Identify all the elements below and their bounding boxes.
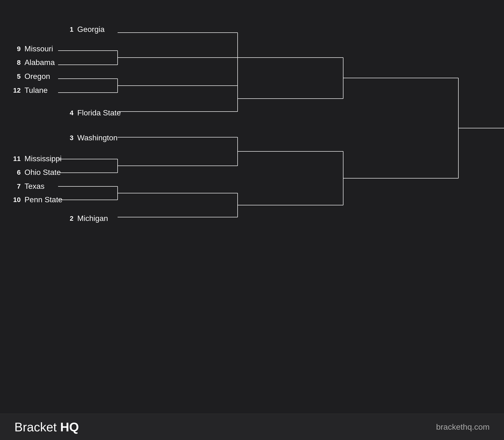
name-penn-state: Penn State [25, 195, 62, 204]
footer-url: brackethq.com [436, 422, 490, 432]
team-penn-state: 10 Penn State [12, 195, 62, 204]
name-washington: Washington [77, 133, 118, 142]
team-georgia: 1 Georgia [65, 25, 105, 34]
team-missouri: 9 Missouri [12, 44, 53, 53]
name-mississippi: Mississippi [25, 154, 62, 163]
seed-missouri: 9 [12, 45, 21, 53]
seed-texas: 7 [12, 183, 21, 190]
seed-washington: 3 [65, 134, 73, 142]
footer-logo-light: Bracket [14, 420, 60, 434]
seed-ohio-state: 6 [12, 169, 21, 176]
name-florida-state: Florida State [77, 109, 121, 117]
seed-georgia: 1 [65, 26, 73, 33]
footer: Bracket HQ brackethq.com [0, 414, 504, 440]
footer-logo: Bracket HQ [14, 420, 79, 434]
name-alabama: Alabama [25, 58, 55, 67]
team-oregon: 5 Oregon [12, 72, 50, 81]
seed-penn-state: 10 [12, 196, 21, 204]
team-mississippi: 11 Mississippi [12, 154, 62, 163]
name-michigan: Michigan [77, 214, 108, 223]
team-alabama: 8 Alabama [12, 58, 55, 67]
name-texas: Texas [25, 182, 45, 191]
name-tulane: Tulane [25, 86, 48, 95]
seed-florida-state: 4 [65, 109, 73, 117]
name-oregon: Oregon [25, 72, 50, 81]
seed-mississippi: 11 [12, 155, 21, 163]
seed-oregon: 5 [12, 73, 21, 80]
name-ohio-state: Ohio State [25, 168, 61, 177]
seed-alabama: 8 [12, 59, 21, 67]
footer-logo-bold: HQ [60, 420, 79, 434]
team-florida-state: 4 Florida State [65, 109, 121, 117]
team-michigan: 2 Michigan [65, 214, 108, 223]
bracket-container: .bline { stroke: #ffffff; stroke-width: … [0, 0, 504, 440]
bracket-lines: .bline { stroke: #ffffff; stroke-width: … [0, 0, 504, 414]
seed-michigan: 2 [65, 215, 73, 222]
team-washington: 3 Washington [65, 133, 118, 142]
name-georgia: Georgia [77, 25, 105, 34]
team-ohio-state: 6 Ohio State [12, 168, 61, 177]
team-tulane: 12 Tulane [12, 86, 48, 95]
name-missouri: Missouri [25, 44, 53, 53]
seed-tulane: 12 [12, 87, 21, 94]
team-texas: 7 Texas [12, 182, 45, 191]
